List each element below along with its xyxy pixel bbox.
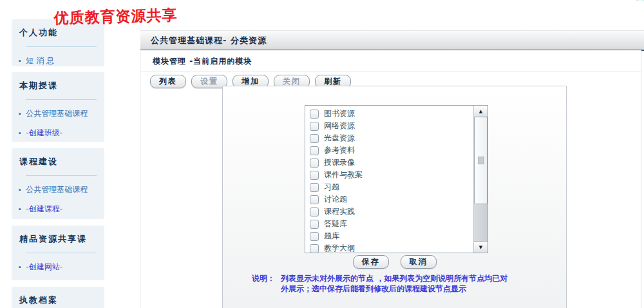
- checkbox[interactable]: [310, 220, 319, 229]
- list-item-label: 网络资源: [324, 120, 355, 131]
- sidebar-divider: [26, 175, 97, 176]
- save-button[interactable]: 保存: [353, 255, 389, 269]
- list-item[interactable]: 教学大纲: [305, 242, 473, 253]
- checkbox[interactable]: [310, 171, 319, 180]
- scroll-down-button[interactable]: ▼: [474, 241, 488, 253]
- list-button[interactable]: 列表: [150, 75, 186, 88]
- panel-subtitle: 模块管理 -当前启用的模块: [141, 50, 641, 72]
- list-item[interactable]: 图书资源: [305, 108, 473, 120]
- module-manage-panel: 图书资源 网络资源 光盘资源 参考资料 授课录像 课件与教案: [222, 86, 567, 308]
- sidebar-section-teaching-archive: 执教档案: [12, 287, 104, 308]
- sidebar-item-label: 公共管理基础课程: [26, 184, 88, 195]
- scroll-up-icon: ▲: [479, 109, 482, 114]
- sidebar-item-create-class[interactable]: · -创建班级-: [18, 128, 104, 139]
- cancel-button[interactable]: 取消: [401, 255, 437, 269]
- checkbox[interactable]: [310, 232, 319, 241]
- checkbox[interactable]: [310, 110, 319, 119]
- bullet-icon: ·: [18, 206, 21, 213]
- sidebar-item-label: -创建班级-: [26, 128, 62, 139]
- panel-title-bar: 公共管理基础课程- 分类资源: [140, 30, 644, 51]
- banner-title: 优质教育资源共享: [53, 5, 178, 28]
- list-item[interactable]: 讨论题: [305, 193, 473, 206]
- note-line-2: 外展示；选中保存后能看到修改后的课程建设节点显示: [281, 284, 507, 294]
- sidebar-section-shared-resources: 精品资源共享课 · -创建网站-: [12, 226, 104, 280]
- list-item[interactable]: 授课录像: [305, 157, 473, 169]
- sidebar-item-course[interactable]: · 公共管理基础课程: [18, 108, 104, 119]
- action-row: 保存 取消: [223, 255, 566, 269]
- vertical-scrollbar[interactable]: ▲ ▼: [473, 106, 488, 253]
- sidebar-section-current-teaching: 本期授课 · 公共管理基础课程 · -创建班级-: [12, 72, 104, 142]
- checkbox[interactable]: [310, 146, 319, 155]
- list-item-label: 课程实践: [324, 206, 355, 217]
- list-item-label: 教学大纲: [324, 243, 355, 253]
- bullet-icon: ·: [18, 111, 21, 117]
- note: 说明： 列表显示未对外展示的节点 ，如果列表为空则说明所有节点均已对 外展示；选…: [252, 274, 507, 294]
- checkbox[interactable]: [310, 183, 319, 192]
- list-item[interactable]: 参考资料: [305, 144, 473, 157]
- list-item[interactable]: 课程实践: [305, 206, 473, 218]
- sidebar-item-label: -创建网站-: [26, 262, 62, 273]
- checkbox[interactable]: [310, 134, 319, 143]
- checkbox[interactable]: [310, 159, 319, 168]
- bullet-icon: ·: [18, 58, 21, 64]
- module-list-box: 图书资源 网络资源 光盘资源 参考资料 授课录像 课件与教案: [305, 105, 488, 253]
- note-label: 说明：: [252, 274, 275, 294]
- checkbox[interactable]: [310, 244, 319, 253]
- checkbox[interactable]: [310, 207, 319, 217]
- sidebar-section-title: 执教档案: [12, 287, 104, 306]
- sidebar-divider: [26, 46, 97, 47]
- sidebar-section-title: 课程建设: [12, 148, 104, 168]
- sidebar-item-create-website[interactable]: · -创建网站-: [18, 262, 104, 273]
- corner-mark-decoration: [636, 0, 644, 5]
- scrollbar-thumb[interactable]: [474, 117, 488, 204]
- sidebar-item-create-course[interactable]: · -创建课程-: [18, 204, 104, 215]
- module-list: 图书资源 网络资源 光盘资源 参考资料 授课录像 课件与教案: [305, 106, 473, 253]
- scroll-down-icon: ▼: [479, 245, 482, 250]
- scroll-up-button[interactable]: ▲: [474, 106, 488, 117]
- sidebar-item-label: 公共管理基础课程: [26, 108, 88, 119]
- list-item[interactable]: 答疑库: [305, 218, 473, 230]
- list-item-label: 参考资料: [324, 145, 355, 156]
- sidebar-section-course-construction: 课程建设 · 公共管理基础课程 · -创建课程-: [12, 148, 104, 219]
- list-item-label: 课件与教案: [324, 169, 363, 180]
- list-item-label: 图书资源: [324, 108, 355, 119]
- checkbox[interactable]: [310, 122, 319, 131]
- bullet-icon: ·: [18, 130, 21, 137]
- sidebar-divider: [26, 253, 97, 253]
- scrollbar-track[interactable]: [474, 204, 488, 241]
- list-item[interactable]: 光盘资源: [305, 132, 473, 144]
- list-item-label: 讨论题: [324, 194, 347, 205]
- list-item-label: 题库: [324, 231, 339, 242]
- list-item[interactable]: 习题: [305, 181, 473, 193]
- sidebar-item-label: -创建课程-: [26, 204, 62, 215]
- sidebar-item-short-messages[interactable]: · 短 消 息: [18, 55, 104, 66]
- sidebar-item-course[interactable]: · 公共管理基础课程: [18, 184, 104, 195]
- sidebar-item-label: 短 消 息: [26, 55, 54, 66]
- panel-title: 公共管理基础课程- 分类资源: [151, 35, 267, 46]
- note-line-1: 列表显示未对外展示的节点 ，如果列表为空则说明所有节点均已对: [281, 274, 507, 284]
- list-item-label: 习题: [324, 182, 339, 193]
- list-item-label: 授课录像: [324, 157, 355, 168]
- note-text: 列表显示未对外展示的节点 ，如果列表为空则说明所有节点均已对 外展示；选中保存后…: [281, 274, 507, 294]
- scrollbar-grip: [478, 157, 484, 164]
- bullet-icon: ·: [18, 264, 21, 271]
- sidebar-section-title: 本期授课: [12, 72, 104, 91]
- list-item[interactable]: 课件与教案: [305, 169, 473, 181]
- list-item[interactable]: 题库: [305, 230, 473, 242]
- sidebar-divider: [26, 99, 97, 100]
- checkbox[interactable]: [310, 195, 319, 204]
- bullet-icon: ·: [18, 187, 21, 193]
- list-item-label: 答疑库: [324, 218, 347, 229]
- list-item-label: 光盘资源: [324, 133, 355, 144]
- sidebar-section-title: 精品资源共享课: [12, 226, 104, 245]
- list-item[interactable]: 网络资源: [305, 120, 473, 132]
